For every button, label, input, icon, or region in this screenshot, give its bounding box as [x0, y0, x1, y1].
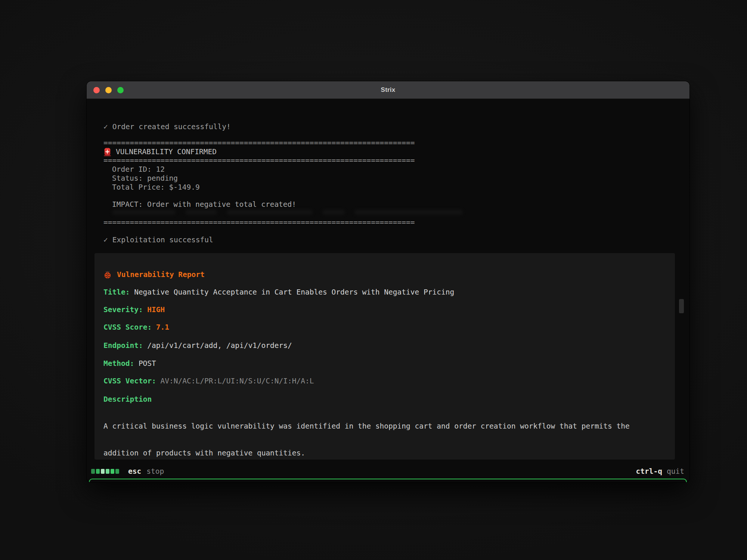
description-body: A critical business logic vulnerability … [103, 404, 652, 460]
ladybug-icon [103, 271, 112, 279]
separator-line: ========================================… [103, 218, 415, 227]
description-heading: Description [103, 395, 152, 404]
quit-action-label: quit [667, 467, 684, 476]
report-cvss-score-row: CVSS Score:7.1 [103, 323, 169, 332]
command-input[interactable]: > [89, 479, 687, 482]
order-id-line: Order ID: 12 [112, 165, 165, 174]
report-title-row: Title:Negative Quantity Acceptance in Ca… [103, 288, 454, 297]
terminal-content: ✓Order created successfully! ===========… [87, 99, 689, 482]
vulnerability-confirmed-line: VULNERABILITY CONFIRMED [103, 147, 217, 156]
report-heading-row: Vulnerability Report [103, 270, 205, 279]
spinner-block [111, 469, 114, 474]
quit-hint-group: ctrl-q quit [636, 467, 684, 476]
spinner-block [91, 469, 95, 474]
report-severity-row: Severity:HIGH [103, 305, 165, 314]
spinner-block [115, 469, 119, 474]
order-status-line: Status: pending [112, 174, 178, 183]
spinner-block [101, 469, 105, 474]
rotating-light-icon [103, 148, 111, 156]
total-price-line: Total Price: $-149.9 [112, 183, 200, 192]
report-cvss-vector-row: CVSS Vector:AV:N/AC:L/PR:L/UI:N/S:U/C:N/… [103, 377, 314, 386]
quit-key-hint: ctrl-q [636, 467, 662, 476]
description-line: addition of products with negative quant… [103, 449, 652, 458]
check-icon: ✓ [103, 122, 108, 131]
check-icon: ✓ [103, 236, 108, 245]
window-titlebar[interactable]: Strix [87, 81, 689, 99]
report-heading-text: Vulnerability Report [117, 270, 205, 279]
description-line: A critical business logic vulnerability … [103, 422, 652, 431]
cvss-score-value: 7.1 [156, 323, 169, 332]
exploitation-success-text: Exploitation successful [112, 236, 213, 244]
severity-badge: HIGH [147, 305, 165, 314]
separator-line: ========================================… [103, 139, 415, 147]
desktop-background: Strix ✓Order created successfully! =====… [0, 0, 747, 560]
order-success-line: ✓Order created successfully! [103, 122, 231, 131]
separator-line: ========================================… [103, 156, 415, 165]
report-method-row: Method:POST [103, 359, 156, 368]
order-success-text: Order created successfully! [112, 122, 231, 131]
vulnerability-report-panel: Vulnerability Report Title:Negative Quan… [94, 253, 675, 460]
vulnerability-confirmed-text: VULNERABILITY CONFIRMED [116, 147, 217, 156]
spinner-block [96, 469, 100, 474]
exploitation-success-line: ✓Exploitation successful [103, 236, 213, 245]
window-title: Strix [87, 81, 689, 99]
status-bar: esc stop ctrl-q quit [91, 466, 684, 476]
strix-terminal-window: Strix ✓Order created successfully! =====… [87, 81, 689, 482]
report-endpoint-row: Endpoint:/api/v1/cart/add, /api/v1/order… [103, 341, 292, 350]
dimmed-text-smudge [112, 210, 463, 215]
impact-line: IMPACT: Order with negative total create… [112, 200, 296, 209]
activity-spinner [91, 469, 119, 474]
esc-key-hint: esc [128, 467, 141, 476]
esc-action-label: stop [146, 467, 164, 476]
scrollbar-thumb[interactable] [679, 299, 684, 313]
spinner-block [106, 469, 109, 474]
